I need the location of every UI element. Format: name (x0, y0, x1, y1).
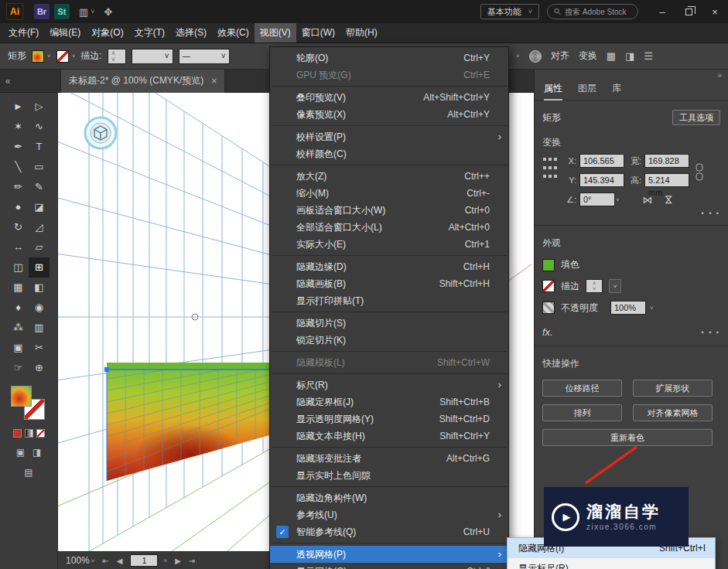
view-menu-item[interactable]: 校样颜色(C) (270, 145, 508, 162)
flip-horizontal-icon[interactable]: ⋈ (643, 194, 653, 206)
last-artboard-icon[interactable]: ⇥ (189, 557, 195, 565)
view-menu-item[interactable]: 标尺(R)› (270, 376, 508, 394)
menu-select[interactable]: 选择(S) (170, 23, 212, 43)
bridge-icon[interactable]: Br (34, 4, 50, 19)
eraser-tool[interactable]: ◪ (29, 197, 50, 217)
panel-split-icon[interactable]: ◨ (625, 50, 634, 62)
width-tool[interactable]: ↔ (8, 237, 29, 257)
symbol-sprayer-tool[interactable]: ⁂ (8, 318, 29, 338)
gradient-button[interactable] (25, 429, 33, 438)
search-input[interactable] (565, 8, 631, 16)
color-button[interactable] (13, 429, 22, 438)
perspective-grid-tool[interactable]: ⊞ (29, 257, 50, 278)
paintbrush-tool[interactable]: ✏ (8, 177, 29, 197)
panel-grid-icon[interactable]: ▦ (607, 50, 616, 62)
restore-button[interactable] (675, 0, 702, 23)
draw-behind-icon[interactable]: ◨ (32, 447, 41, 458)
view-menu-item[interactable]: 显示打印拼贴(T) (270, 292, 508, 309)
align-button[interactable]: 对齐 (551, 49, 569, 63)
view-menu-item[interactable]: 显示透明度网格(Y)Shift+Ctrl+D (270, 411, 508, 428)
pencil-tool[interactable]: ✎ (29, 177, 50, 197)
view-menu-item-perspective-grid[interactable]: 透视网格(P)› (270, 546, 508, 563)
submenu-item-show-rulers[interactable]: 显示标尺(R) (508, 558, 715, 569)
menu-window[interactable]: 窗口(W) (296, 23, 340, 43)
tab-layers[interactable]: 图层 (578, 82, 596, 95)
menu-edit[interactable]: 编辑(E) (44, 23, 86, 43)
stock-search[interactable] (547, 4, 638, 19)
layout-icon[interactable]: ▥ (79, 6, 88, 18)
tab-libraries[interactable]: 库 (612, 82, 621, 95)
menu-file[interactable]: 文件(F) (3, 23, 44, 43)
view-menu-item[interactable]: 隐藏文本串接(H)Shift+Ctrl+Y (270, 428, 508, 445)
stroke-weight-dropdown[interactable]: ˅ (132, 49, 173, 64)
view-menu-item[interactable]: 锁定切片(K) (270, 332, 508, 349)
recolor-artwork-icon[interactable] (529, 50, 542, 63)
view-menu-item[interactable]: 放大(Z)Ctrl++ (270, 168, 508, 185)
expand-shape-button[interactable]: 扩展形状 (633, 380, 713, 397)
offset-path-button[interactable]: 位移路径 (542, 380, 622, 397)
fill-swatch[interactable] (32, 50, 44, 63)
lasso-tool[interactable]: ∿ (29, 117, 50, 137)
stroke-swatch[interactable] (56, 50, 69, 63)
transform-button[interactable]: 变换 (579, 49, 597, 63)
fill-color-well[interactable] (11, 386, 32, 407)
zoom-tool[interactable]: ⊕ (29, 358, 50, 378)
shape-builder-tool[interactable]: ◫ (8, 257, 29, 278)
direct-selection-tool[interactable]: ▷ (29, 97, 50, 117)
x-field[interactable]: 106.565 (579, 154, 624, 168)
view-menu-item[interactable]: 隐藏渐变批注者Alt+Ctrl+G (270, 450, 508, 467)
align-pixel-grid-button[interactable]: 对齐像素网格 (633, 404, 713, 421)
slice-tool[interactable]: ✂ (29, 338, 50, 358)
stroke-weight-dropdown[interactable]: ˅ (609, 279, 621, 293)
magic-wand-tool[interactable]: ✶ (8, 117, 29, 137)
control-menu-icon[interactable]: ☰ (644, 50, 653, 62)
stroke-profile-dropdown[interactable]: — ˅ (179, 49, 230, 64)
view-menu-item[interactable]: 轮廓(O)Ctrl+Y (270, 49, 508, 66)
workspace-switcher[interactable]: 基本功能 ˅ (480, 4, 539, 19)
tool-options-button[interactable]: 工具选项 (672, 110, 720, 125)
view-menu-item[interactable]: 隐藏画板(B)Shift+Ctrl+H (270, 275, 508, 292)
artboard-number-field[interactable]: 1 (130, 554, 158, 567)
hand-tool[interactable]: ☞ (8, 358, 29, 378)
height-field[interactable]: 5.214 mm (644, 173, 689, 187)
flip-vertical-icon[interactable]: ⋈ (663, 195, 675, 205)
arrange-button[interactable]: 排列 (542, 404, 622, 421)
view-menu-item[interactable]: 叠印预览(V)Alt+Shift+Ctrl+Y (270, 89, 508, 106)
view-menu-item[interactable]: 显示网格(G)Ctrl+" (270, 563, 508, 569)
free-transform-tool[interactable]: ▱ (29, 237, 50, 257)
reference-point-grid[interactable] (542, 157, 558, 180)
selection-tool[interactable]: ► (8, 97, 29, 117)
view-menu-item[interactable]: 像素预览(X)Alt+Ctrl+Y (270, 106, 508, 123)
menu-help[interactable]: 帮助(H) (340, 23, 383, 43)
gradient-tool[interactable]: ◧ (29, 278, 50, 298)
type-tool[interactable]: T (29, 137, 50, 157)
pen-tool[interactable]: ✒ (8, 137, 29, 157)
transform-more-icon[interactable]: • • • (535, 206, 728, 217)
draw-normal-icon[interactable]: ▣ (16, 447, 25, 458)
y-field[interactable]: 145.394 (579, 173, 624, 187)
menu-effect[interactable]: 效果(C) (212, 23, 255, 43)
line-tool[interactable]: ╲ (8, 157, 29, 177)
stroke-color-swatch[interactable] (542, 280, 555, 292)
collapse-left-icon[interactable]: « (0, 76, 15, 87)
tab-properties[interactable]: 属性 (544, 82, 562, 101)
fx-button[interactable]: fx. (542, 326, 553, 338)
close-button[interactable]: × (702, 0, 728, 23)
screen-mode-button[interactable]: ▤ (0, 467, 57, 478)
zoom-control[interactable]: 100% ˅ (66, 555, 94, 566)
fill-color-swatch[interactable] (542, 259, 555, 271)
view-menu-item[interactable]: 隐藏定界框(J)Shift+Ctrl+B (270, 394, 508, 411)
first-artboard-icon[interactable]: ⇤ (102, 557, 108, 565)
eyedropper-tool[interactable]: ♦ (8, 298, 29, 318)
scale-tool[interactable]: ◿ (29, 217, 50, 237)
view-menu-item[interactable]: 隐藏边缘(D)Ctrl+H (270, 258, 508, 275)
close-tab-icon[interactable]: × (211, 76, 217, 87)
rotate-tool[interactable]: ↻ (8, 217, 29, 237)
blend-tool[interactable]: ◉ (29, 298, 50, 318)
view-menu-item[interactable]: 画板适合窗口大小(W)Ctrl+0 (270, 202, 508, 219)
rectangle-tool[interactable]: ▭ (29, 157, 50, 177)
view-menu-item[interactable]: 隐藏边角构件(W) (270, 489, 508, 506)
view-menu-item[interactable]: 全部适合窗口大小(L)Alt+Ctrl+0 (270, 219, 508, 236)
column-graph-tool[interactable]: ▥ (29, 318, 50, 338)
menu-object[interactable]: 对象(O) (86, 23, 128, 43)
